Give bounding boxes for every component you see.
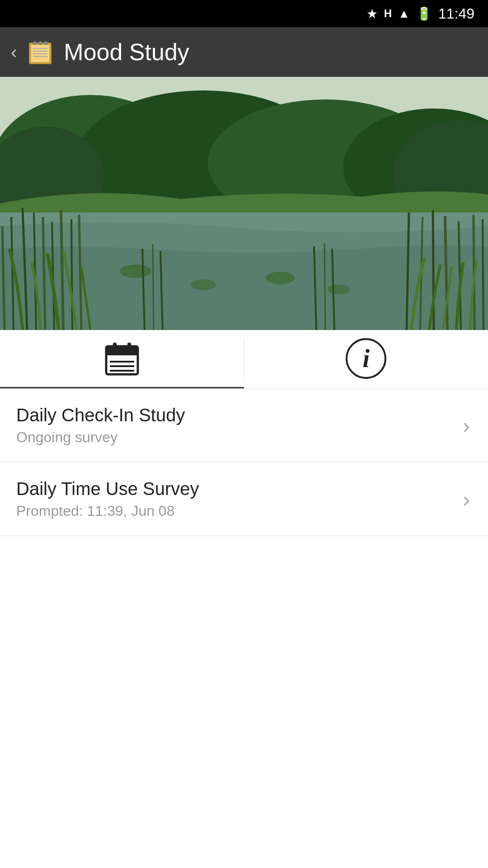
toolbar: ‹ Mood Study bbox=[0, 27, 488, 77]
svg-line-32 bbox=[483, 219, 483, 330]
status-time: 11:49 bbox=[438, 5, 474, 22]
svg-rect-44 bbox=[106, 346, 138, 355]
list-item[interactable]: Daily Time Use Survey Prompted: 11:39, J… bbox=[0, 462, 488, 536]
tab-bar: i bbox=[0, 330, 488, 389]
svg-point-33 bbox=[120, 264, 151, 278]
svg-point-6 bbox=[33, 41, 37, 45]
signal-icon: ▲ bbox=[398, 7, 410, 21]
svg-rect-46 bbox=[127, 343, 131, 351]
survey-subtitle-2: Prompted: 11:39, Jun 08 bbox=[16, 503, 454, 519]
svg-point-8 bbox=[44, 41, 47, 45]
svg-point-7 bbox=[38, 41, 42, 45]
calendar-list-icon bbox=[102, 338, 142, 379]
page-title: Mood Study bbox=[64, 38, 189, 66]
list-item-text: Daily Time Use Survey Prompted: 11:39, J… bbox=[16, 479, 454, 519]
svg-point-35 bbox=[266, 272, 295, 284]
svg-rect-45 bbox=[113, 343, 117, 351]
star-icon: ★ bbox=[366, 6, 378, 21]
list-item[interactable]: Daily Check-In Study Ongoing survey › bbox=[0, 389, 488, 462]
info-icon: i bbox=[346, 338, 386, 379]
app-icon bbox=[26, 38, 55, 66]
svg-line-41 bbox=[324, 243, 325, 330]
network-type-icon: H bbox=[384, 7, 392, 20]
svg-point-36 bbox=[328, 284, 350, 294]
notepad-icon bbox=[26, 38, 55, 66]
survey-title-1: Daily Check-In Study bbox=[16, 405, 454, 425]
chevron-right-icon: › bbox=[463, 413, 470, 438]
svg-line-38 bbox=[153, 244, 154, 330]
back-button[interactable]: ‹ bbox=[11, 43, 17, 61]
chevron-right-icon: › bbox=[463, 487, 470, 512]
tab-info[interactable]: i bbox=[244, 330, 488, 388]
status-icons: ★ H ▲ 🔋 11:49 bbox=[366, 5, 474, 22]
svg-point-34 bbox=[191, 279, 216, 290]
survey-title-2: Daily Time Use Survey bbox=[16, 479, 454, 499]
hero-image bbox=[0, 77, 488, 330]
survey-subtitle-1: Ongoing survey bbox=[16, 429, 454, 446]
lake-scene-svg bbox=[0, 77, 488, 330]
svg-line-22 bbox=[71, 219, 72, 330]
tab-surveys[interactable] bbox=[0, 330, 244, 388]
status-bar: ★ H ▲ 🔋 11:49 bbox=[0, 0, 488, 27]
list-item-text: Daily Check-In Study Ongoing survey bbox=[16, 405, 454, 446]
battery-icon: 🔋 bbox=[416, 6, 432, 21]
survey-list: Daily Check-In Study Ongoing survey › Da… bbox=[0, 389, 488, 536]
